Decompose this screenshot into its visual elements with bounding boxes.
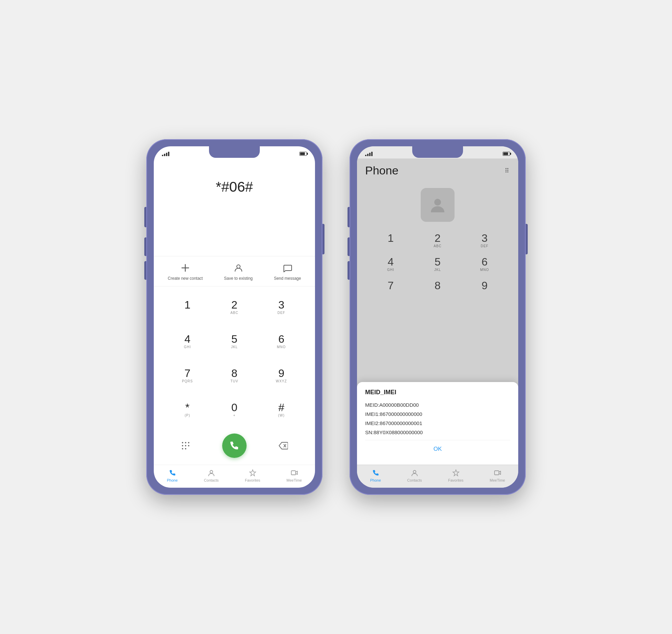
person-icon — [232, 262, 245, 274]
svg-point-5 — [188, 442, 189, 443]
right-tab-phone-label: Phone — [370, 478, 381, 482]
svg-rect-19 — [495, 471, 499, 475]
imei-ok-button[interactable]: OK — [365, 440, 510, 458]
left-screen: 08:08 *#06# Create new contact — [154, 146, 315, 488]
signal-icon — [162, 151, 169, 156]
meetime-tab-icon — [290, 468, 299, 477]
imei-dialog-title: MEID_IMEI — [365, 389, 510, 396]
message-icon — [281, 262, 294, 274]
right-signal-icon — [365, 151, 373, 156]
right-tab-contacts[interactable]: Contacts — [407, 468, 422, 482]
dialer-number: *#06# — [154, 158, 315, 202]
key-1[interactable]: 1 — [164, 290, 211, 324]
svg-point-6 — [182, 445, 183, 446]
imei-dialog: MEID_IMEI MEID:A00000B00DD00 IMEI1:86700… — [357, 382, 518, 465]
key-hash[interactable]: # (W) — [258, 393, 305, 427]
right-tab-favorites[interactable]: Favorites — [448, 468, 463, 482]
right-vol-down-button[interactable] — [348, 261, 350, 280]
key-3[interactable]: 3 DEF — [258, 290, 305, 324]
send-message-button[interactable]: Send message — [274, 262, 301, 281]
vol-up-button[interactable] — [144, 237, 146, 256]
create-contact-label: Create new contact — [168, 276, 203, 281]
svg-marker-18 — [453, 470, 459, 476]
right-tab-meetime[interactable]: MeeTime — [490, 468, 505, 482]
right-tab-phone[interactable]: Phone — [370, 468, 381, 482]
svg-point-4 — [185, 442, 186, 443]
send-message-label: Send message — [274, 276, 301, 281]
right-battery-icon — [503, 152, 510, 156]
svg-point-17 — [413, 470, 416, 473]
svg-point-10 — [185, 448, 186, 449]
save-existing-label: Save to existing — [224, 276, 253, 281]
svg-marker-14 — [250, 470, 256, 476]
right-favorites-tab-icon — [451, 468, 460, 477]
imei2-row: IMEI2:867000000000001 — [365, 420, 510, 427]
tab-contacts[interactable]: Contacts — [204, 468, 218, 482]
tab-phone-label: Phone — [167, 478, 178, 482]
svg-point-7 — [185, 445, 186, 446]
tab-phone[interactable]: Phone — [167, 468, 178, 482]
right-phone: 08:08 Phone ⠿ — [350, 139, 526, 495]
right-contacts-tab-icon — [410, 468, 419, 477]
right-screen: 08:08 Phone ⠿ — [357, 146, 518, 488]
dialer-actions: Create new contact Save to existing — [154, 256, 315, 287]
create-contact-button[interactable]: Create new contact — [168, 262, 203, 281]
svg-point-9 — [182, 448, 183, 449]
svg-point-3 — [182, 442, 183, 443]
tab-meetime[interactable]: MeeTime — [287, 468, 302, 482]
save-to-existing-button[interactable]: Save to existing — [224, 262, 253, 281]
key-5[interactable]: 5 JKL — [211, 324, 258, 358]
tab-contacts-label: Contacts — [204, 478, 218, 482]
battery-icon — [299, 152, 307, 156]
right-tab-meetime-label: MeeTime — [490, 478, 505, 482]
meid-row: MEID:A00000B00DD00 — [365, 401, 510, 408]
key-4[interactable]: 4 GHI — [164, 324, 211, 358]
key-6[interactable]: 6 MNO — [258, 324, 305, 358]
tab-bar: Phone Contacts Favorites — [154, 465, 315, 488]
sn-row: SN:88Y0X088000000000 — [365, 429, 510, 436]
svg-point-2 — [237, 265, 240, 268]
right-tab-favorites-label: Favorites — [448, 478, 463, 482]
key-2[interactable]: 2 ABC — [211, 290, 258, 324]
svg-point-8 — [188, 445, 189, 446]
right-screen-content: Phone ⠿ 1 2 AB — [357, 158, 518, 465]
right-vol-up-button[interactable] — [348, 237, 350, 256]
right-notch — [412, 146, 463, 158]
right-meetime-tab-icon — [493, 468, 502, 477]
delete-button[interactable] — [276, 439, 290, 452]
imei-dialog-overlay: MEID_IMEI MEID:A00000B00DD00 IMEI1:86700… — [357, 158, 518, 465]
key-0[interactable]: 0 + — [211, 393, 258, 427]
favorites-tab-icon — [248, 468, 257, 477]
left-phone: 08:08 *#06# Create new contact — [146, 139, 322, 495]
dialpad-icon[interactable] — [179, 439, 192, 452]
tab-favorites-label: Favorites — [245, 478, 260, 482]
imei1-row: IMEI1:867000000000000 — [365, 410, 510, 418]
key-9[interactable]: 9 WXYZ — [258, 358, 305, 393]
plus-icon — [179, 262, 191, 274]
vol-down-button[interactable] — [144, 261, 146, 280]
dialer-bottom — [154, 430, 315, 465]
phone-tab-icon — [168, 468, 177, 477]
notch — [209, 146, 260, 158]
right-tab-bar: Phone Contacts Favorites — [357, 465, 518, 488]
svg-rect-15 — [291, 471, 296, 475]
key-7[interactable]: 7 PQRS — [164, 358, 211, 393]
right-tab-contacts-label: Contacts — [407, 478, 422, 482]
contacts-tab-icon — [207, 468, 216, 477]
key-star[interactable]: * (P) — [164, 393, 211, 427]
call-button[interactable] — [222, 434, 247, 458]
screen-content: *#06# Create new contact — [154, 158, 315, 465]
tab-meetime-label: MeeTime — [287, 478, 302, 482]
key-8[interactable]: 8 TUV — [211, 358, 258, 393]
right-phone-tab-icon — [371, 468, 380, 477]
tab-favorites[interactable]: Favorites — [245, 468, 260, 482]
keypad: 1 2 ABC 3 DEF 4 GHI 5 JKL — [154, 287, 315, 430]
svg-point-13 — [210, 470, 213, 473]
